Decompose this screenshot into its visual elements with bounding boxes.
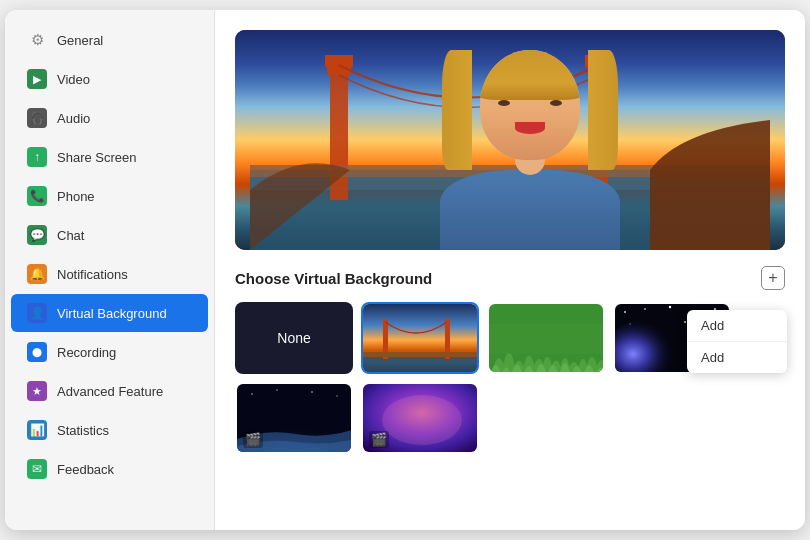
chat-icon: 💬	[27, 225, 47, 245]
sidebar-item-general[interactable]: ⚙ General	[11, 21, 208, 59]
main-content: Choose Virtual Background + None	[215, 10, 805, 530]
bg-thumb-golden-gate[interactable]	[361, 302, 479, 374]
sidebar-item-statistics[interactable]: 📊 Statistics	[11, 411, 208, 449]
dropdown-item-add-image[interactable]: Add	[687, 310, 787, 341]
phone-icon: 📞	[27, 186, 47, 206]
app-window: ⚙ General ▶ Video 🎧 Audio ↑ Share Screen…	[5, 10, 805, 530]
dropdown-item-add-video[interactable]: Add	[687, 341, 787, 373]
sidebar-item-chat[interactable]: 💬 Chat	[11, 216, 208, 254]
sidebar: ⚙ General ▶ Video 🎧 Audio ↑ Share Screen…	[5, 10, 215, 530]
choose-title: Choose Virtual Background	[235, 270, 432, 287]
sidebar-item-notifications[interactable]: 🔔 Notifications	[11, 255, 208, 293]
sidebar-item-advanced-feature[interactable]: ★ Advanced Feature	[11, 372, 208, 410]
advanced-feature-icon: ★	[27, 381, 47, 401]
sidebar-label-video: Video	[57, 72, 90, 87]
sidebar-label-virtual-background: Virtual Background	[57, 306, 167, 321]
statistics-icon: 📊	[27, 420, 47, 440]
video-icon: ▶	[27, 69, 47, 89]
choose-header: Choose Virtual Background +	[235, 266, 785, 290]
grass-preview	[489, 304, 603, 372]
svg-point-28	[251, 393, 253, 395]
share-screen-icon: ↑	[27, 147, 47, 167]
bg-thumb-grass[interactable]	[487, 302, 605, 374]
svg-rect-13	[363, 352, 479, 357]
bg-thumb-purple[interactable]: 🎬	[361, 382, 479, 454]
video-badge-purple: 🎬	[369, 431, 389, 448]
sidebar-label-feedback: Feedback	[57, 462, 114, 477]
gear-icon: ⚙	[27, 30, 47, 50]
svg-point-34	[382, 395, 462, 445]
sidebar-label-audio: Audio	[57, 111, 90, 126]
sidebar-label-general: General	[57, 33, 103, 48]
svg-point-29	[276, 389, 278, 391]
add-background-button[interactable]: +	[761, 266, 785, 290]
sidebar-item-audio[interactable]: 🎧 Audio	[11, 99, 208, 137]
sidebar-label-advanced-feature: Advanced Feature	[57, 384, 163, 399]
svg-rect-15	[489, 324, 605, 354]
virtual-background-icon: 👤	[27, 303, 47, 323]
sidebar-label-phone: Phone	[57, 189, 95, 204]
svg-point-23	[684, 321, 686, 323]
svg-point-19	[669, 306, 671, 308]
bg-thumb-none[interactable]: None	[235, 302, 353, 374]
notifications-icon: 🔔	[27, 264, 47, 284]
none-label: None	[277, 330, 310, 346]
sidebar-item-share-screen[interactable]: ↑ Share Screen	[11, 138, 208, 176]
sidebar-label-chat: Chat	[57, 228, 84, 243]
sidebar-item-recording[interactable]: ⬤ Recording	[11, 333, 208, 371]
virtual-background-preview	[235, 30, 785, 250]
person-overlay	[430, 40, 630, 250]
audio-icon: 🎧	[27, 108, 47, 128]
sidebar-item-virtual-background[interactable]: 👤 Virtual Background	[11, 294, 208, 332]
sidebar-item-video[interactable]: ▶ Video	[11, 60, 208, 98]
recording-icon: ⬤	[27, 342, 47, 362]
sidebar-label-recording: Recording	[57, 345, 116, 360]
svg-point-18	[644, 308, 646, 310]
svg-point-31	[336, 395, 338, 397]
bg-thumb-earth[interactable]: 🎬	[235, 382, 353, 454]
feedback-icon: ✉	[27, 459, 47, 479]
sidebar-label-notifications: Notifications	[57, 267, 128, 282]
golden-gate-preview	[363, 304, 477, 372]
sidebar-label-share-screen: Share Screen	[57, 150, 137, 165]
add-dropdown-menu: Add Add	[687, 310, 787, 373]
sidebar-item-phone[interactable]: 📞 Phone	[11, 177, 208, 215]
sidebar-label-statistics: Statistics	[57, 423, 109, 438]
video-badge-earth: 🎬	[243, 431, 263, 448]
svg-point-30	[311, 391, 313, 393]
svg-point-17	[624, 311, 626, 313]
sidebar-item-feedback[interactable]: ✉ Feedback	[11, 450, 208, 488]
